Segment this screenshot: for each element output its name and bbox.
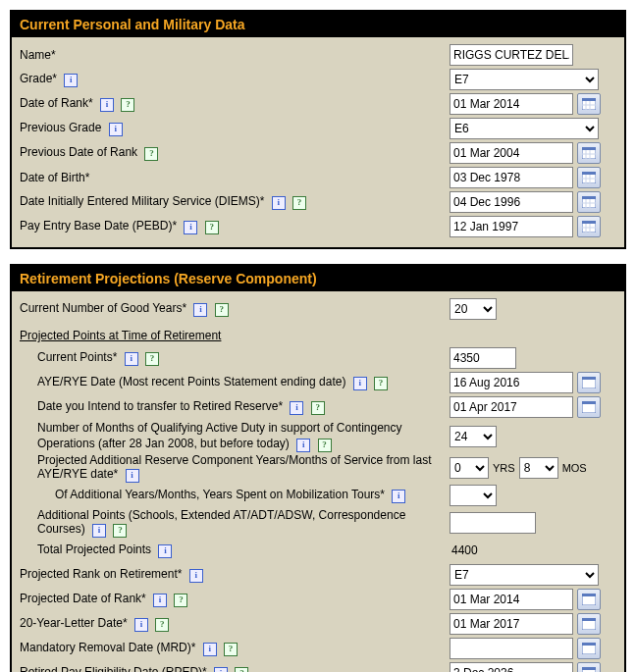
help-icon[interactable]: ? — [215, 303, 229, 317]
info-icon[interactable]: i — [193, 303, 207, 317]
calendar-icon[interactable] — [577, 662, 601, 672]
label-dob: Date of Birth* — [20, 171, 450, 184]
label-good-years: Current Number of Good Years* — [20, 301, 186, 315]
select-previous-grade[interactable]: E6 — [450, 118, 599, 139]
help-icon[interactable]: ? — [174, 594, 187, 607]
info-icon[interactable]: i — [290, 401, 303, 415]
select-addl-mos[interactable]: 8 — [519, 457, 558, 479]
calendar-icon[interactable] — [577, 372, 601, 393]
panel-body-retirement: Current Number of Good Years* i ? 20 Pro… — [12, 291, 624, 672]
help-icon[interactable]: ? — [292, 196, 306, 210]
label-date-of-rank: Date of Rank* — [20, 96, 93, 110]
label-twenty-yr: 20-Year-Letter Date* — [20, 616, 128, 630]
info-icon[interactable]: i — [109, 123, 123, 136]
info-icon[interactable]: i — [214, 667, 228, 672]
calendar-icon[interactable] — [577, 93, 601, 115]
svg-rect-26 — [582, 377, 596, 380]
input-addl-points[interactable] — [450, 512, 536, 534]
label-pebd: Pay Entry Base Date (PEBD)* — [20, 219, 177, 233]
label-previous-dor: Previous Date of Rank — [20, 145, 137, 159]
info-icon[interactable]: i — [353, 377, 367, 390]
help-icon[interactable]: ? — [121, 98, 134, 112]
row-twenty-yr: 20-Year-Letter Date* i ? — [20, 612, 616, 636]
info-icon[interactable]: i — [64, 74, 78, 87]
subhead-projected-points: Projected Points at Time of Retirement — [20, 329, 616, 342]
row-proj-rank: Projected Rank on Retirement* i E7 — [20, 563, 616, 587]
select-good-years[interactable]: 20 — [450, 298, 497, 320]
svg-rect-28 — [582, 401, 596, 404]
info-icon[interactable]: i — [272, 196, 286, 210]
calendar-icon[interactable] — [577, 396, 601, 418]
label-diems: Date Initially Entered Military Service … — [20, 194, 264, 208]
label-rped: Retired Pay Eligibility Date (RPED)* — [20, 665, 207, 672]
help-icon[interactable]: ? — [144, 147, 158, 161]
input-aye-rye[interactable] — [450, 372, 573, 393]
label-name: Name* — [20, 48, 450, 62]
input-diems[interactable] — [450, 191, 573, 213]
help-icon[interactable]: ? — [318, 439, 332, 452]
info-icon[interactable]: i — [184, 221, 197, 234]
calendar-icon[interactable] — [577, 216, 601, 237]
help-icon[interactable]: ? — [235, 667, 248, 672]
info-icon[interactable]: i — [203, 643, 217, 656]
row-total-points: Total Projected Points i 4400 — [20, 539, 616, 562]
input-proj-dor[interactable] — [450, 589, 573, 610]
input-rped[interactable] — [450, 662, 573, 672]
row-current-points: Current Points* i ? — [20, 346, 616, 370]
info-icon[interactable]: i — [100, 98, 114, 112]
help-icon[interactable]: ? — [155, 618, 169, 632]
help-icon[interactable]: ? — [145, 352, 159, 366]
input-date-of-rank[interactable] — [450, 93, 573, 115]
label-proj-rank: Projected Rank on Retirement* — [20, 567, 182, 581]
label-previous-grade: Previous Grade — [20, 121, 101, 134]
calendar-icon[interactable] — [577, 638, 601, 659]
row-diems: Date Initially Entered Military Service … — [20, 190, 616, 214]
select-proj-rank[interactable]: E7 — [450, 564, 599, 586]
info-icon[interactable]: i — [126, 469, 139, 483]
panel-personal-military: Current Personal and Military Data Name*… — [10, 10, 626, 249]
label-mos: MOS — [562, 462, 587, 474]
select-addl-yrs[interactable]: 0 — [450, 457, 489, 479]
input-dob[interactable] — [450, 167, 573, 188]
input-transfer-date[interactable] — [450, 396, 573, 418]
info-icon[interactable]: i — [153, 594, 167, 607]
select-grade[interactable]: E7 — [450, 69, 599, 90]
select-mobilization[interactable] — [450, 485, 497, 506]
label-total-points: Total Projected Points — [37, 543, 151, 556]
select-qualifying-months[interactable]: 24 — [450, 426, 497, 447]
calendar-icon[interactable] — [577, 191, 601, 213]
row-aye-rye: AYE/RYE Date (Most recent Points Stateme… — [20, 371, 616, 394]
info-icon[interactable]: i — [92, 524, 106, 538]
info-icon[interactable]: i — [189, 569, 203, 583]
help-icon[interactable]: ? — [374, 377, 388, 390]
info-icon[interactable]: i — [134, 618, 148, 632]
row-mobilization: Of Additional Years/Months, Years Spent … — [20, 484, 616, 507]
input-name[interactable] — [450, 44, 573, 66]
input-pebd[interactable] — [450, 216, 573, 237]
input-twenty-yr[interactable] — [450, 613, 573, 635]
calendar-icon[interactable] — [577, 167, 601, 188]
calendar-icon[interactable] — [577, 589, 601, 610]
row-qualifying-months: Number of Months of Qualifying Active Du… — [20, 420, 616, 452]
info-icon[interactable]: i — [158, 544, 172, 558]
help-icon[interactable]: ? — [311, 401, 325, 415]
label-proj-additional: Projected Additional Reserve Component Y… — [37, 453, 432, 481]
row-good-years: Current Number of Good Years* i ? 20 — [20, 297, 616, 321]
svg-rect-11 — [582, 172, 596, 175]
help-icon[interactable]: ? — [205, 221, 219, 234]
info-icon[interactable]: i — [296, 439, 310, 452]
input-current-points[interactable] — [450, 347, 516, 369]
row-rped: Retired Pay Eligibility Date (RPED)* i ? — [20, 661, 616, 672]
input-previous-dor[interactable] — [450, 142, 573, 164]
info-icon[interactable]: i — [392, 490, 405, 503]
calendar-icon[interactable] — [577, 142, 601, 164]
help-icon[interactable]: ? — [224, 643, 238, 656]
row-pebd: Pay Entry Base Date (PEBD)* i ? — [20, 215, 616, 238]
label-grade: Grade* — [20, 72, 57, 85]
info-icon[interactable]: i — [125, 352, 138, 366]
input-mrd[interactable] — [450, 638, 573, 659]
row-previous-grade: Previous Grade i E6 — [20, 117, 616, 140]
calendar-icon[interactable] — [577, 613, 601, 635]
help-icon[interactable]: ? — [113, 524, 127, 538]
row-date-of-rank: Date of Rank* i ? — [20, 92, 616, 116]
